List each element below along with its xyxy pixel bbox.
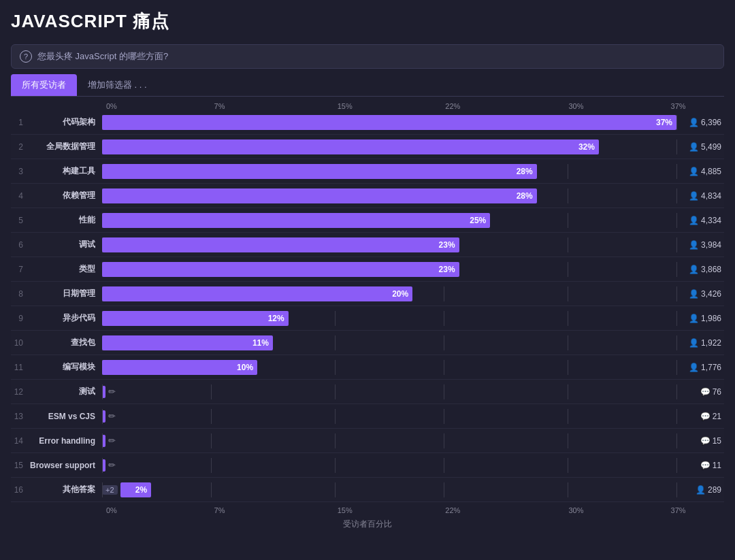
count-value: 1,922 (701, 338, 721, 348)
edit-icon[interactable]: ✏ (108, 386, 116, 397)
grid-line (568, 286, 568, 301)
grid-line (335, 458, 336, 473)
bar-label: 12% (268, 314, 284, 323)
grid-line (444, 482, 444, 497)
table-row: 1代码架构37%👤6,396 (11, 110, 724, 135)
row-count: 👤3,984 (676, 240, 724, 250)
table-row: 12测试 ✏💬76 (11, 380, 724, 404)
x-axis-title: 受访者百分比 (11, 516, 724, 536)
grid-line (211, 458, 212, 473)
person-icon: 👤 (689, 167, 699, 176)
bar: 32% (102, 139, 599, 154)
bar-container: 32% (102, 139, 676, 154)
grid-line (444, 458, 444, 473)
chart-area: 0% 7% 15% 22% 30% 37% 1代码架构37%👤6,3962全局数… (0, 97, 735, 536)
grid-line (568, 384, 568, 399)
table-row: 3构建工具28%👤4,885 (11, 159, 724, 184)
row-label: 异步代码 (27, 312, 102, 324)
table-row: 15Browser support ✏💬11 (11, 453, 724, 478)
comment-icon: 💬 (700, 387, 710, 397)
row-label: 全局数据管理 (27, 141, 102, 152)
row-count: 👤5,499 (676, 142, 724, 152)
row-count: 👤1,776 (676, 363, 724, 372)
bar-container: ✏ (102, 433, 676, 448)
axis-label-30: 30% (568, 102, 583, 110)
bar: 25% (102, 213, 490, 228)
row-number: 15 (11, 461, 27, 470)
question-bar: ? 您最头疼 JavaScript 的哪些方面? (11, 44, 724, 69)
grid-line (444, 360, 444, 375)
bar (102, 386, 105, 398)
table-row: 16其他答案+22%👤289 (11, 478, 724, 502)
tab-add-filter[interactable]: 增加筛选器 . . . (77, 74, 158, 96)
bar-container: 28% (102, 164, 676, 179)
row-count: 👤4,885 (676, 167, 724, 176)
bar-label: 2% (135, 485, 147, 495)
axis-bottom-22: 22% (445, 506, 460, 514)
row-label: 性能 (27, 214, 102, 226)
bar: 12% (102, 311, 289, 326)
grid-line (335, 409, 336, 424)
grid-line (335, 433, 336, 448)
count-value: 6,396 (701, 118, 721, 127)
row-number: 4 (11, 191, 27, 201)
row-label: 调试 (27, 239, 102, 250)
row-count: 👤4,834 (676, 191, 724, 201)
row-count: 👤1,922 (676, 338, 724, 348)
grid-line (211, 482, 212, 497)
count-value: 4,834 (701, 191, 721, 201)
axis-bottom-30: 30% (568, 506, 583, 514)
count-value: 289 (708, 485, 721, 495)
bar (102, 410, 105, 423)
person-icon: 👤 (689, 240, 699, 250)
bar-label: 37% (656, 118, 672, 127)
row-count: 💬11 (676, 461, 724, 470)
comment-icon: 💬 (700, 412, 710, 421)
grid-line (568, 360, 568, 375)
bar (102, 459, 105, 472)
comment-icon: 💬 (700, 436, 710, 446)
bar-label: 28% (517, 191, 533, 201)
table-row: 7类型23%👤3,868 (11, 257, 724, 282)
row-label: 日期管理 (27, 288, 102, 299)
grid-line (444, 409, 444, 424)
bar-label: 23% (439, 265, 455, 274)
edit-icon[interactable]: ✏ (108, 435, 116, 446)
grid-line (444, 335, 444, 350)
row-label: 构建工具 (27, 165, 102, 177)
edit-icon[interactable]: ✏ (108, 460, 116, 470)
row-label: 查找包 (27, 337, 102, 348)
table-row: 10查找包11%👤1,922 (11, 331, 724, 355)
question-icon: ? (20, 50, 32, 63)
table-row: 13ESM vs CJS ✏💬21 (11, 404, 724, 429)
bar-container: 25% (102, 213, 676, 228)
row-count: 👤4,334 (676, 216, 724, 225)
grid-line (568, 237, 568, 252)
row-count: 👤1,986 (676, 314, 724, 323)
grid-line (568, 164, 568, 179)
axis-bottom-7: 7% (214, 506, 225, 514)
edit-icon[interactable]: ✏ (108, 411, 116, 421)
grid-line (568, 188, 568, 203)
grid-line (335, 384, 336, 399)
row-label: 其他答案 (27, 484, 102, 495)
page-header: JAVASCRIPT 痛点 (0, 0, 735, 39)
row-label: 依赖管理 (27, 190, 102, 201)
bar-label: 20% (392, 289, 408, 299)
axis-label-7: 7% (214, 102, 225, 110)
row-count: 👤3,868 (676, 265, 724, 274)
axis-bottom: 0% 7% 15% 22% 30% 37% (106, 502, 676, 516)
tabs-container: 所有受访者 增加筛选器 . . . (11, 74, 724, 97)
bar-label: 28% (517, 167, 533, 176)
person-icon: 👤 (696, 485, 706, 495)
bar-container: 12% (102, 311, 676, 326)
row-number: 7 (11, 265, 27, 274)
bar: 11% (102, 335, 273, 350)
row-number: 13 (11, 412, 27, 421)
grid-line (444, 384, 444, 399)
page-title: JAVASCRIPT 痛点 (11, 10, 724, 33)
count-value: 11 (713, 461, 721, 470)
tab-all-visitors[interactable]: 所有受访者 (11, 74, 77, 96)
person-icon: 👤 (689, 265, 699, 274)
bar-label: 32% (578, 142, 595, 152)
